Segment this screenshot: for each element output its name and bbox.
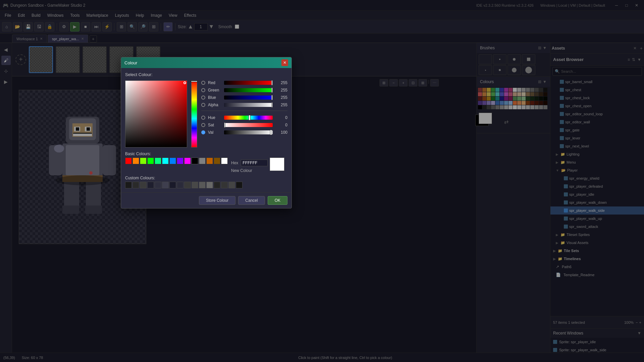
hue-slider-row: Hue 0 (201, 115, 287, 120)
red-radio[interactable] (201, 81, 205, 85)
basic-swatch-mint[interactable] (155, 158, 161, 164)
green-slider-track[interactable] (224, 88, 273, 92)
alpha-slider-track[interactable] (224, 103, 273, 107)
hex-row: Hex (231, 160, 268, 166)
green-value: 255 (275, 88, 287, 93)
hue-slider-thumb (249, 115, 251, 120)
basic-swatch-violet[interactable] (177, 158, 183, 164)
store-colour-button[interactable]: Store Colour (199, 196, 235, 205)
sat-slider-track[interactable] (224, 123, 273, 127)
sat-value: 0 (275, 123, 287, 127)
custom-swatch[interactable] (147, 182, 154, 188)
hue-radio[interactable] (201, 116, 205, 120)
color-gradient-picker[interactable] (125, 80, 187, 147)
color-sliders: Red 255 Green 255 (201, 80, 287, 147)
custom-swatch[interactable] (169, 182, 176, 188)
red-slider-thumb (271, 80, 273, 85)
custom-swatch[interactable] (184, 182, 191, 188)
dialog-title: Colour (124, 60, 137, 65)
blue-slider-thumb (271, 95, 273, 100)
select-colour-label: Select Colour: (125, 72, 287, 77)
basic-swatch-magenta[interactable] (184, 158, 191, 164)
green-slider-row: Green 255 (201, 88, 287, 93)
hue-slider-track[interactable] (224, 116, 273, 120)
basic-swatch-brown[interactable] (206, 158, 213, 164)
green-label: Green (208, 88, 221, 93)
val-value: 100 (275, 130, 287, 135)
custom-swatch[interactable] (162, 182, 169, 188)
brightness-gradient (125, 81, 187, 147)
custom-swatch[interactable] (125, 182, 132, 188)
alpha-radio[interactable] (201, 103, 205, 107)
dialog-buttons: Store Colour Cancel OK (121, 192, 291, 208)
hex-label: Hex (231, 161, 238, 165)
new-colour-label: New Colour (231, 168, 252, 173)
custom-colours-label: Custom Colours: (125, 176, 287, 180)
basic-swatch-gray[interactable] (199, 158, 206, 164)
basic-swatch-white[interactable] (221, 158, 228, 164)
ok-button[interactable]: OK (268, 196, 287, 205)
colour-dialog: Colour ✕ Select Colour: (121, 57, 292, 208)
blue-value: 255 (275, 95, 287, 100)
custom-swatch[interactable] (132, 182, 139, 188)
basic-colours-label: Basic Colours: (125, 152, 287, 156)
red-value: 255 (275, 80, 287, 85)
sat-radio[interactable] (201, 123, 205, 127)
red-label: Red (208, 80, 221, 85)
val-slider-track[interactable] (224, 130, 273, 134)
blue-slider-row: Blue 255 (201, 95, 287, 100)
custom-swatch[interactable] (206, 182, 213, 188)
alpha-slider-row: Alpha 255 (201, 103, 287, 107)
hex-input[interactable] (241, 160, 268, 166)
cancel-button[interactable]: Cancel (238, 196, 265, 205)
custom-swatch[interactable] (236, 182, 243, 188)
custom-swatch[interactable] (192, 182, 198, 188)
basic-swatch-red[interactable] (125, 158, 132, 164)
basic-colours-section: Basic Colours: (125, 152, 287, 173)
basic-colours-grid: Hex New Colour (125, 158, 287, 173)
custom-swatch[interactable] (155, 182, 161, 188)
custom-swatch[interactable] (199, 182, 206, 188)
custom-swatch[interactable] (214, 182, 220, 188)
colour-preview-box[interactable] (270, 158, 284, 171)
blue-label: Blue (208, 95, 221, 100)
basic-swatch-tan[interactable] (214, 158, 220, 164)
alpha-slider-thumb (271, 102, 273, 108)
blue-slider-track[interactable] (224, 96, 273, 100)
colour-dialog-overlay[interactable]: Colour ✕ Select Colour: (0, 0, 644, 362)
custom-colours-grid (125, 182, 287, 188)
custom-swatch[interactable] (228, 182, 235, 188)
slider-separator (201, 111, 287, 112)
basic-swatch-black[interactable] (192, 158, 198, 164)
custom-swatch[interactable] (140, 182, 147, 188)
dialog-titlebar: Colour ✕ (121, 57, 291, 68)
blue-radio[interactable] (201, 96, 205, 100)
val-label: Val (208, 130, 221, 135)
red-slider-track[interactable] (224, 81, 273, 85)
red-slider-row: Red 255 (201, 80, 287, 85)
alpha-value: 255 (275, 103, 287, 107)
sat-slider-row: Sat 0 (201, 123, 287, 127)
gradient-cursor (183, 81, 186, 84)
dialog-content: Red 255 Green 255 (125, 80, 287, 147)
basic-swatch-green[interactable] (147, 158, 154, 164)
new-colour-row: New Colour (231, 168, 268, 173)
val-slider-row: Val 100 (201, 130, 287, 135)
dialog-close-button[interactable]: ✕ (281, 59, 288, 66)
hue-slider-vertical[interactable] (191, 80, 197, 147)
basic-swatch-orange[interactable] (132, 158, 139, 164)
basic-swatch-lime[interactable] (140, 158, 147, 164)
sat-label: Sat (208, 123, 221, 127)
basic-swatch-azure[interactable] (169, 158, 176, 164)
custom-swatch[interactable] (177, 182, 183, 188)
green-radio[interactable] (201, 88, 205, 92)
hue-value: 0 (275, 115, 287, 120)
val-radio[interactable] (201, 130, 205, 134)
basic-swatch-cyan[interactable] (162, 158, 169, 164)
hue-label: Hue (208, 115, 221, 120)
green-slider-thumb (271, 87, 273, 93)
val-slider-thumb (270, 130, 272, 135)
hex-preview-group: Hex New Colour (231, 158, 268, 173)
custom-swatch[interactable] (221, 182, 228, 188)
hue-cursor (191, 81, 198, 82)
